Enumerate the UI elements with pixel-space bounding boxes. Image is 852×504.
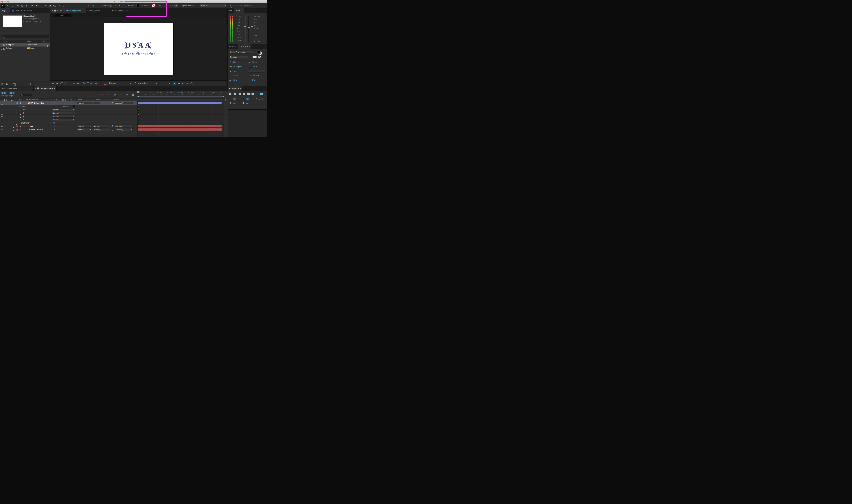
help-search-icon[interactable]	[230, 5, 231, 7]
new-composition-icon[interactable]	[13, 84, 15, 85]
layer-color-chip[interactable]	[16, 102, 18, 104]
stroke-width-dropdown[interactable]: – px	[233, 70, 238, 72]
local-axis-icon[interactable]	[84, 5, 86, 7]
current-time-indicator-line[interactable]	[138, 93, 138, 135]
fx-switch-icon[interactable]	[57, 125, 57, 127]
exposure-reset-icon[interactable]	[186, 82, 188, 84]
text-fill-color-swatch[interactable]	[258, 51, 260, 54]
work-area-bar[interactable]	[138, 96, 224, 97]
show-snapshot-icon[interactable]	[99, 82, 101, 84]
layer-name[interactable]: DSAA	[28, 125, 33, 127]
tab-audio[interactable]: Audio	[234, 8, 244, 13]
hand-tool[interactable]: ☜	[5, 4, 10, 8]
camera-tool[interactable]: ◎	[20, 4, 24, 8]
workspace-dropdown[interactable]: Standard	[200, 4, 226, 7]
eye-toggle[interactable]	[1, 129, 3, 132]
group-row-transform[interactable]: Transformer Réinit.	[0, 121, 228, 125]
align-center-icon[interactable]	[234, 93, 236, 95]
tab-footage[interactable]: Métrage (aucun)	[110, 8, 129, 13]
set-white-swatch[interactable]	[253, 56, 257, 58]
canvas-subtitle-text[interactable]: DESIGN GRAPHIQUE	[104, 53, 173, 55]
lock-icon[interactable]	[57, 11, 58, 12]
parent-pickwhip-icon[interactable]	[111, 125, 113, 127]
view-layout-dropdown[interactable]: 1 vue	[155, 82, 160, 84]
camera-dropdown[interactable]: Caméra active	[134, 82, 148, 84]
layer-duration-bar[interactable]	[138, 125, 222, 127]
indent-left-value[interactable]: 0 px	[233, 98, 236, 100]
brush-tool[interactable]: ✎	[44, 4, 48, 8]
selection-handle[interactable]	[138, 53, 139, 54]
zoom-tool[interactable]: ⚲	[10, 4, 14, 8]
timeline-ruler[interactable]: 0s 00 :15s 00 :30s 00 :45s 01 :00s 01 :1…	[137, 91, 224, 98]
stroke-color-swatch[interactable]	[152, 4, 155, 7]
pen-tool[interactable]: ✒	[35, 4, 39, 8]
clone-stamp-tool[interactable]: ▣	[49, 4, 53, 8]
fx-switch-icon[interactable]	[57, 129, 57, 130]
align-left-icon[interactable]	[229, 93, 232, 95]
pan-behind-tool[interactable]: ✛	[24, 4, 29, 8]
current-time-display[interactable]: 0:00:00:00	[83, 82, 92, 84]
group-name[interactable]: A	[23, 115, 24, 117]
layer-row-1[interactable]: 1 DSAA Silhouettes Normal Aucun(e)	[0, 102, 228, 105]
selection-handle[interactable]	[125, 53, 126, 54]
justify-all-icon[interactable]	[260, 93, 263, 95]
vertical-scale-dropdown[interactable]: 100 %	[233, 74, 239, 76]
selection-handle[interactable]	[150, 47, 151, 49]
timeline-search-field[interactable]	[20, 94, 32, 96]
justify-last-center-icon[interactable]	[247, 93, 250, 95]
help-search-input[interactable]	[233, 4, 266, 6]
reset-button[interactable]: Réinit.	[50, 122, 55, 124]
font-style-dropdown[interactable]: Regular	[229, 56, 248, 58]
bit-depth-button[interactable]: 8 bpc	[15, 83, 20, 85]
layer-color-chip[interactable]	[16, 125, 18, 127]
tab-timeline-comp[interactable]: Composition 1	[34, 86, 57, 91]
panel-menu-icon[interactable]	[83, 10, 84, 12]
parent-dropdown[interactable]: Aucun(e)	[114, 128, 132, 131]
label-color-chip[interactable]	[27, 47, 29, 49]
group-blend-mode-dropdown[interactable]: Normal	[52, 108, 75, 111]
trash-icon[interactable]	[31, 83, 32, 85]
fill-color-swatch[interactable]	[136, 4, 139, 7]
blend-mode-dropdown[interactable]: Normal	[77, 128, 92, 131]
new-folder-icon[interactable]	[6, 84, 8, 85]
project-row-solids[interactable]: Solides Dossier	[0, 47, 51, 50]
tab-character[interactable]: Caractère	[238, 44, 252, 49]
audio-slider-knob[interactable]	[251, 26, 253, 27]
timeline-button-icon[interactable]	[178, 82, 180, 84]
tab-composition[interactable]: Composition Composition 1	[51, 8, 86, 13]
rotation-tool[interactable]: ↻	[16, 4, 20, 8]
project-search-input[interactable]	[5, 35, 48, 38]
font-size-dropdown[interactable]: 48 px	[233, 61, 239, 63]
group-row-a2[interactable]: A Normal	[0, 118, 228, 122]
tracking-dropdown[interactable]: 200	[252, 66, 257, 68]
main-viewer-icon[interactable]	[56, 82, 58, 84]
safe-margins-icon[interactable]	[73, 82, 75, 84]
selection-handle[interactable]	[150, 42, 151, 43]
group-blend-mode-dropdown[interactable]: Normal	[52, 112, 75, 114]
project-search-field[interactable]	[1, 35, 49, 38]
layer-duration-bar[interactable]	[138, 128, 222, 131]
parent-pickwhip-icon[interactable]	[111, 102, 113, 104]
tab-layer[interactable]: Calque (aucun)	[86, 8, 102, 13]
group-row-s[interactable]: S Normal	[0, 111, 228, 115]
indent-right-value[interactable]: 0 px	[259, 98, 262, 100]
exposure-value[interactable]: +0,0	[190, 82, 194, 84]
tab-info[interactable]: Info	[228, 8, 234, 13]
always-preview-icon[interactable]	[52, 82, 54, 84]
column-mode[interactable]: Mode	[77, 99, 82, 101]
stroke-width-value[interactable]: – px	[157, 5, 161, 7]
tsume-dropdown[interactable]: 0%	[252, 79, 256, 81]
trkmat-dropdown[interactable]: Aucun(e)	[93, 125, 109, 128]
item-name[interactable]: Composi... 1	[6, 43, 17, 46]
puppet-pin-tool[interactable]: ⊙	[62, 4, 66, 8]
trkmat-dropdown[interactable]	[93, 102, 100, 104]
selection-handle[interactable]	[125, 42, 126, 43]
expander-icon[interactable]	[1, 48, 2, 50]
motion-blur-column-icon[interactable]	[65, 99, 67, 101]
blend-mode-dropdown[interactable]: Normal	[77, 125, 92, 128]
adjustment-column-icon[interactable]	[68, 99, 69, 101]
layer-duration-bar[interactable]	[138, 102, 222, 104]
column-type[interactable]: Type	[27, 41, 31, 42]
tab-paragraph[interactable]: Paragraphe	[228, 86, 243, 91]
tab-render-queue[interactable]: File d'attente de rendu	[0, 86, 34, 91]
